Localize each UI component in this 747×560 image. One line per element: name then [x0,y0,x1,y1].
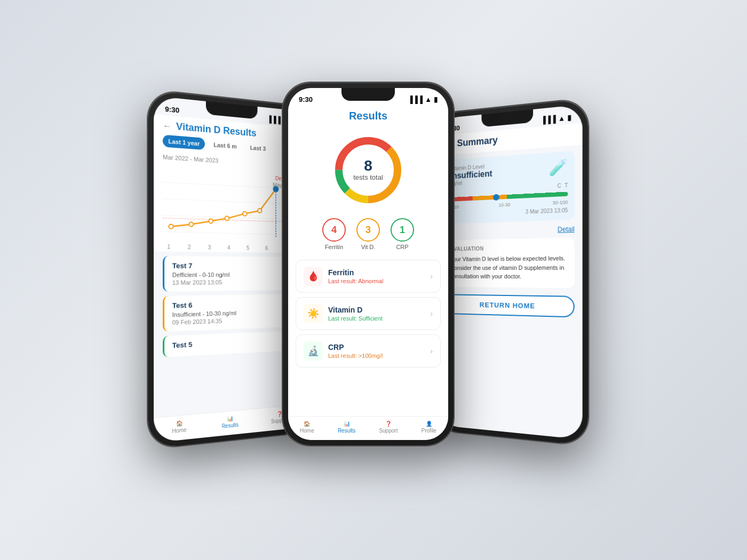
right-title: Summary [457,134,497,149]
filter-1year[interactable]: Last 1 year [163,134,205,150]
test-tube-icon: 🧪 [549,158,568,177]
svg-point-6 [169,224,173,228]
filter-6m[interactable]: Last 6 m [208,138,242,153]
nav-results-label: Results [221,422,239,429]
ferritin-info: Ferritin Last result: Abnormal [328,268,425,284]
badge-vitd: 3 Vit D. [356,218,380,250]
center-profile-icon: 👤 [426,421,432,427]
donut-label: 8 tests total [353,158,383,182]
ferritin-name: Ferritin [328,268,425,277]
filter-3m[interactable]: Last 3 [245,141,271,155]
svg-point-7 [189,222,193,226]
return-btn[interactable]: RETURN HOME [444,294,575,317]
test-item-6[interactable]: Test 6 Insufficient - 10-30 ng/ml 09 Feb… [163,294,296,332]
result-list: 🩸 Ferritin Last result: Abnormal › ☀️ Vi… [288,255,448,376]
badge-crp: 1 CRP [391,218,414,250]
vitd-chevron: › [430,309,433,318]
center-bottom-nav: 🏠 Home 📊 Results ❓ Support 👤 Profile [288,416,448,440]
svg-point-8 [209,219,213,223]
test-7-title: Test 7 [172,261,289,270]
vitd-icon: ☀️ [304,304,323,323]
badges-row: 4 Ferritin 3 Vit D. 1 CRP [288,213,448,255]
chart-area: DeficientMay 2023 [154,162,304,253]
vit-card: Vitamin D Level Insufficient ng/ml 🧪 CT … [444,151,575,224]
vitd-sub: Last result: Sufficient [328,315,425,322]
badge-crp-circle: 1 [391,218,414,242]
donut-container: 8 tests total [288,127,448,213]
badge-crp-label: CRP [396,244,408,250]
test-6-title: Test 6 [172,299,289,310]
right-phone: 9:30 ▐▐▐ ▲ ▮ ← Summary [433,98,588,446]
left-bottom-nav: 🏠 Home 📊 Results ❓ Support [154,404,304,443]
result-crp[interactable]: 🔬 CRP Last result: >100mg/l › [296,334,441,367]
crp-sub: Last result: >100mg/l [328,353,425,359]
center-battery: ▮ [434,95,438,103]
center-nav-support[interactable]: ❓ Support [379,421,398,434]
nav-home-label: Home [172,427,187,434]
test-7-date: 13 Mar 2023 13:05 [172,278,289,286]
center-results-icon: 📊 [344,421,350,427]
center-support-label: Support [379,428,398,434]
crp-chevron: › [430,347,433,355]
test-7-value: Defficient - 0-10 ng/ml [172,271,289,278]
ferritin-chevron: › [430,272,433,281]
badge-ferritin: 4 Ferritin [322,218,346,250]
support-icon: ❓ [277,411,283,417]
signal-icon: ▐▐▐ [267,115,281,124]
left-back-arrow[interactable]: ← [163,121,172,131]
svg-point-9 [225,216,229,220]
svg-point-11 [258,209,261,213]
badge-vitd-label: Vit D. [361,244,376,250]
x-axis: 123456 7 [163,243,296,255]
svg-point-10 [243,212,247,216]
crp-name: CRP [328,343,425,351]
left-time: 9:30 [165,105,179,115]
result-ferritin[interactable]: 🩸 Ferritin Last result: Abnormal › [296,260,441,293]
badge-ferritin-circle: 4 [322,218,346,242]
center-nav-results[interactable]: 📊 Results [338,421,355,434]
vitd-info: Vitamin D Last result: Sufficient [328,306,425,322]
crp-icon: 🔬 [304,341,323,361]
nav-home[interactable]: 🏠 Home [172,420,187,434]
results-icon: 📊 [227,415,233,422]
center-home-label: Home [300,428,314,434]
evaluation-section: EVALUATION Your Vitamin D level is below… [444,237,575,287]
detail-link[interactable]: Detail [438,225,583,236]
crp-info: CRP Last result: >100mg/l [328,343,425,359]
donut-text: tests total [353,173,383,182]
home-icon: 🏠 [176,420,182,427]
center-phone: 9:30 ▐▐▐ ▲ ▮ Results [283,83,454,445]
center-signal: ▐▐▐ [408,95,423,103]
test-5-title: Test 5 [172,336,289,349]
right-signal: ▐▐▐ [541,115,556,124]
phones-container: 9:30 ▐▐▐ ▲ ▮ ← Vitamin D Results Last 1 … [133,40,614,520]
ferritin-icon: 🩸 [304,267,323,286]
vitd-name: Vitamin D [328,306,425,314]
center-wifi: ▲ [425,95,432,103]
test-item-5[interactable]: Test 5 [163,331,296,357]
eval-text: Your Vitamin D level is below expected l… [450,254,568,281]
center-home-icon: 🏠 [304,421,310,427]
nav-results[interactable]: 📊 Results [221,415,239,429]
range-marker [493,194,499,201]
badge-vitd-circle: 3 [356,218,380,242]
right-battery: ▮ [567,113,571,122]
badge-ferritin-label: Ferritin [325,244,343,250]
center-nav-home[interactable]: 🏠 Home [300,421,314,434]
right-wifi: ▲ [558,114,565,123]
eval-label: EVALUATION [450,244,568,252]
result-vitd[interactable]: ☀️ Vitamin D Last result: Sufficient › [296,297,441,330]
center-nav-profile[interactable]: 👤 Profile [422,421,436,434]
donut-number: 8 [353,158,383,173]
center-results-label: Results [338,428,355,434]
test-item-7[interactable]: Test 7 Defficient - 0-10 ng/ml 13 Mar 20… [163,256,296,292]
center-profile-label: Profile [422,428,436,434]
ferritin-sub: Last result: Abnormal [328,278,425,284]
test-list: Test 7 Defficient - 0-10 ng/ml 13 Mar 20… [154,251,304,366]
center-title: Results [288,106,448,127]
center-support-icon: ❓ [385,421,392,427]
center-time: 9:30 [299,95,313,103]
